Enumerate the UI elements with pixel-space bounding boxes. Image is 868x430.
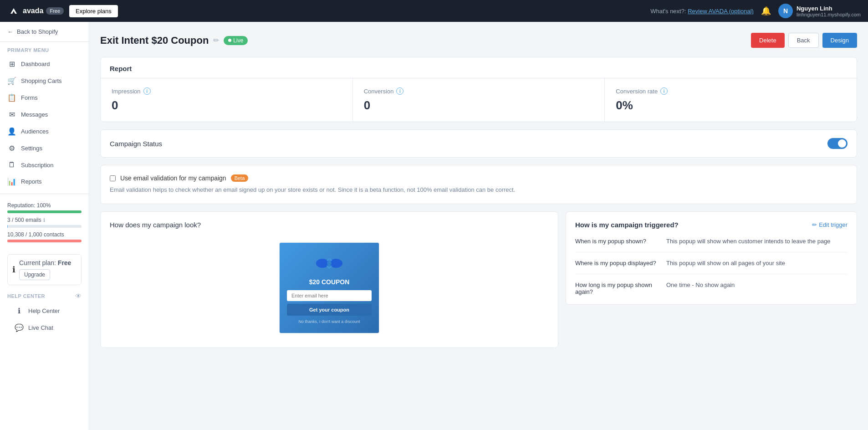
beta-badge: Beta — [231, 174, 249, 182]
conversion-rate-stat: Conversion rate i 0% — [604, 78, 857, 122]
contacts-progress-track — [7, 240, 82, 242]
campaign-look-title: How does my campaign look? — [110, 221, 549, 229]
svg-point-2 — [330, 259, 342, 268]
trigger-question-0: When is my popup shown? — [575, 238, 666, 245]
two-col-section: How does my campaign look? — [100, 211, 857, 348]
header-buttons: Delete Back Design — [751, 33, 857, 48]
page-header: Exit Intent $20 Coupon ✏ Live Delete Bac… — [100, 33, 857, 48]
report-card: Report Impression i 0 Conversion i 0 Con… — [100, 57, 857, 122]
sidebar-item-label: Audiences — [21, 128, 49, 135]
impression-value: 0 — [112, 98, 342, 113]
sidebar-item-dashboard[interactable]: ⊞ Dashboard — [0, 56, 89, 72]
dashboard-icon: ⊞ — [7, 60, 16, 68]
sidebar-item-label: Shopping Carts — [21, 77, 62, 84]
plan-name: Free — [58, 259, 71, 266]
sidebar-item-messages[interactable]: ✉ Messages — [0, 106, 89, 123]
help-center-label: HELP CENTER — [7, 293, 45, 299]
edit-trigger-button[interactable]: ✏ Edit trigger — [812, 221, 848, 228]
contacts-label: 10,308 / 1,000 contacts — [7, 231, 64, 238]
coupon-title: $20 COUPON — [287, 278, 372, 286]
trigger-header: How is my campaign triggered? ✏ Edit tri… — [575, 221, 848, 229]
sidebar-item-label: Settings — [21, 145, 42, 152]
coupon-email-input[interactable] — [287, 290, 372, 301]
impression-stat: Impression i 0 — [101, 78, 352, 122]
right-col: How is my campaign triggered? ✏ Edit tri… — [566, 211, 857, 348]
edit-trigger-icon: ✏ — [812, 221, 817, 228]
sidebar-item-label: Forms — [21, 94, 38, 101]
user-store: linhnguyen11.myshopify.com — [797, 12, 861, 17]
primary-menu-label: PRIMARY MENU — [0, 42, 89, 56]
contacts-stat-row: 10,308 / 1,000 contacts — [7, 231, 82, 238]
live-dot — [228, 39, 231, 42]
coupon-footer-text: No thanks, I don't want a discount — [287, 319, 372, 324]
reputation-progress-fill — [7, 210, 82, 213]
trigger-answer-2: One time - No show again — [666, 282, 735, 295]
campaign-status-toggle[interactable] — [827, 138, 848, 149]
live-label: Live — [233, 37, 243, 44]
sidebar-item-subscription[interactable]: 🗒 Subscription — [0, 157, 89, 173]
sidebar: ← Back to Shopify PRIMARY MENU ⊞ Dashboa… — [0, 22, 89, 430]
eye-icon[interactable]: 👁 — [75, 292, 82, 300]
conversion-value: 0 — [364, 98, 594, 113]
sidebar-item-help-center[interactable]: ℹ Help Center — [7, 302, 82, 319]
trigger-row-0: When is my popup shown? This popup will … — [575, 238, 848, 252]
report-stats: Impression i 0 Conversion i 0 Conversion… — [101, 78, 857, 122]
trigger-row-1: Where is my popup displayed? This popup … — [575, 260, 848, 274]
plan-details: Current plan: Free Upgrade — [19, 259, 71, 280]
avada-logo: avada Free — [7, 5, 64, 17]
current-plan-box: ℹ Current plan: Free Upgrade — [7, 254, 82, 285]
coupon-submit-button[interactable]: Get your coupon — [287, 304, 372, 316]
email-validation-card: Use email validation for my campaign Bet… — [100, 165, 857, 204]
upgrade-button[interactable]: Upgrade — [19, 269, 50, 280]
design-button[interactable]: Design — [822, 33, 857, 48]
emails-label: 3 / 500 emails — [7, 217, 41, 223]
sidebar-item-shopping-carts[interactable]: 🛒 Shopping Carts — [0, 72, 89, 89]
settings-icon: ⚙ — [7, 144, 16, 153]
review-avada-link[interactable]: Review AVADA (optional) — [688, 8, 754, 15]
reports-icon: 📊 — [7, 177, 16, 186]
email-validation-checkbox[interactable] — [110, 175, 116, 181]
explore-plans-button[interactable]: Explore plans — [69, 5, 118, 17]
subscription-icon: 🗒 — [7, 161, 16, 169]
sidebar-item-live-chat[interactable]: 💬 Live Chat — [7, 319, 82, 336]
topbar: avada Free Explore plans What's next?: R… — [0, 0, 868, 22]
email-validation-description: Email validation helps to check whether … — [110, 185, 848, 195]
live-chat-icon: 💬 — [15, 323, 24, 332]
free-badge: Free — [46, 7, 64, 15]
email-validation-label: Use email validation for my campaign — [120, 174, 226, 182]
coupon-bow-icon — [316, 252, 343, 275]
forms-icon: 📋 — [7, 93, 16, 102]
reputation-row: Reputation: 100% — [7, 202, 82, 209]
conversion-rate-label: Conversion rate i — [616, 87, 846, 95]
sidebar-item-label: Subscription — [21, 162, 54, 169]
trigger-row-2: How long is my popup shown again? One ti… — [575, 282, 848, 295]
live-badge: Live — [224, 36, 248, 45]
back-arrow-icon: ← — [7, 28, 13, 35]
audiences-icon: 👤 — [7, 127, 16, 136]
help-center-icon: ℹ — [15, 307, 24, 315]
edit-title-icon[interactable]: ✏ — [213, 36, 219, 45]
avatar: N — [778, 4, 793, 18]
help-center-section: HELP CENTER 👁 ℹ Help Center 💬 Live Chat — [0, 289, 89, 338]
reputation-label: Reputation: 100% — [7, 202, 51, 209]
emails-progress-track — [7, 225, 82, 228]
svg-point-3 — [327, 261, 332, 266]
sidebar-item-label: Dashboard — [21, 61, 50, 67]
sidebar-item-audiences[interactable]: 👤 Audiences — [0, 123, 89, 140]
sidebar-item-reports[interactable]: 📊 Reports — [0, 173, 89, 190]
sidebar-item-forms[interactable]: 📋 Forms — [0, 89, 89, 106]
topbar-left: avada Free Explore plans — [7, 5, 118, 17]
back-to-shopify[interactable]: ← Back to Shopify — [0, 22, 89, 42]
bell-icon[interactable]: 🔔 — [761, 6, 771, 16]
plan-icon: ℹ — [12, 265, 15, 275]
sidebar-item-settings[interactable]: ⚙ Settings — [0, 140, 89, 157]
svg-point-1 — [316, 259, 329, 268]
impression-label: Impression i — [112, 87, 342, 95]
trigger-question-1: Where is my popup displayed? — [575, 260, 666, 266]
conversion-info-icon: i — [396, 87, 403, 95]
conversion-stat: Conversion i 0 — [352, 78, 605, 122]
delete-button[interactable]: Delete — [751, 33, 785, 48]
toggle-slider — [827, 138, 848, 149]
conversion-rate-value: 0% — [616, 98, 846, 113]
back-button[interactable]: Back — [788, 33, 819, 48]
